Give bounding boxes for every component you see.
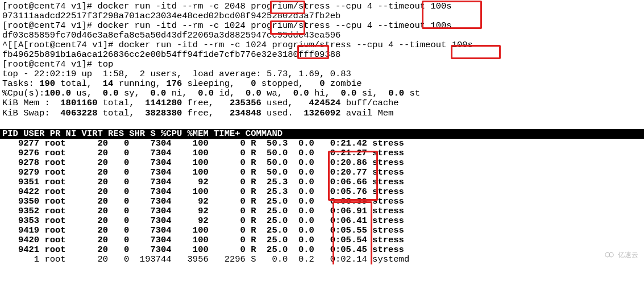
watermark-text: 亿速云 [618,251,638,259]
watermark: 亿速云 [603,251,638,259]
terminal-output[interactable]: [root@cent74 v1]# docker run -itd --rm -… [0,0,644,129]
top-column-header: PID USER PR NI VIRT RES SHR S %CPU %MEM … [0,129,644,139]
top-process-list: 9277 root 20 0 7304 100 0 R 50.3 0.0 0:2… [0,139,644,265]
